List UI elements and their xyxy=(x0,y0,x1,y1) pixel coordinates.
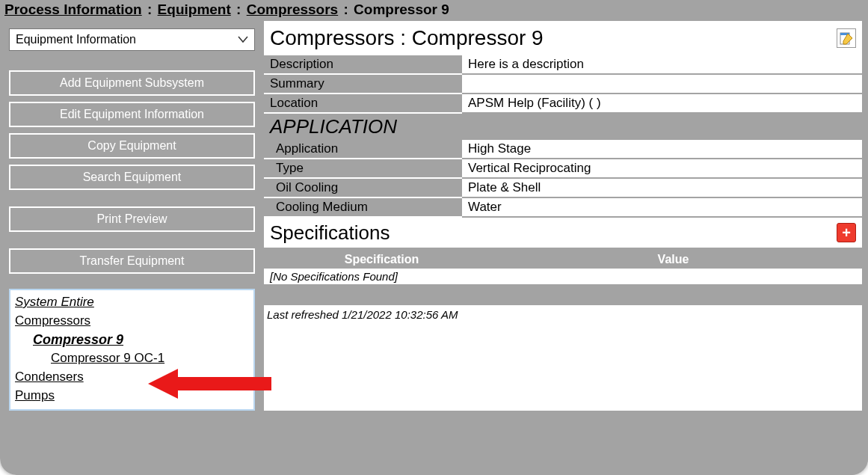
breadcrumb: Process Information : Equipment : Compre… xyxy=(0,0,868,21)
value-cooling-medium: Water xyxy=(462,197,862,217)
grey-strip xyxy=(264,286,862,304)
label-summary: Summary xyxy=(264,74,462,94)
tree-pumps[interactable]: Pumps xyxy=(15,388,55,402)
specifications-header: Specifications xyxy=(270,221,390,245)
chevron-down-icon xyxy=(238,36,248,43)
add-specification-button[interactable]: + xyxy=(837,223,856,242)
breadcrumb-current: Compressor 9 xyxy=(354,1,449,17)
page-title: Compressors : Compressor 9 xyxy=(270,26,544,50)
value-description: Here is a description xyxy=(462,55,862,74)
value-application: High Stage xyxy=(462,140,862,159)
spec-col-spacer xyxy=(847,251,862,269)
transfer-equipment-button[interactable]: Transfer Equipment xyxy=(9,248,255,274)
label-description: Description xyxy=(264,55,462,74)
label-oil-cooling: Oil Cooling xyxy=(264,178,462,197)
value-location: APSM Help (Facility) ( ) xyxy=(462,94,862,113)
select-label: Equipment Information xyxy=(16,33,136,46)
plus-icon: + xyxy=(842,224,851,242)
last-refreshed: Last refreshed 1/21/2022 10:32:56 AM xyxy=(264,304,862,411)
label-cooling-medium: Cooling Medium xyxy=(264,197,462,217)
tree-system-entire[interactable]: System Entire xyxy=(15,295,94,309)
pencil-notepad-icon xyxy=(839,31,854,46)
label-application: Application xyxy=(264,140,462,159)
search-equipment-button[interactable]: Search Equipment xyxy=(9,165,255,190)
print-preview-button[interactable]: Print Preview xyxy=(9,206,255,232)
copy-equipment-button[interactable]: Copy Equipment xyxy=(9,133,255,159)
breadcrumb-link[interactable]: Process Information xyxy=(4,1,142,17)
tree-compressor-9-oc1[interactable]: Compressor 9 OC-1 xyxy=(51,351,164,365)
content-panel: Compressors : Compressor 9 Description H… xyxy=(264,21,868,475)
value-type: Vertical Reciprocating xyxy=(462,159,862,178)
breadcrumb-link[interactable]: Equipment xyxy=(158,1,231,17)
equipment-tree: System Entire Compressors Compressor 9 C… xyxy=(9,289,255,411)
edit-button[interactable] xyxy=(837,28,856,48)
label-type: Type xyxy=(264,159,462,178)
value-oil-cooling: Plate & Shell xyxy=(462,178,862,197)
tree-compressor-9[interactable]: Compressor 9 xyxy=(33,332,123,347)
tree-compressors[interactable]: Compressors xyxy=(15,313,90,328)
add-subsystem-button[interactable]: Add Equipment Subsystem xyxy=(9,70,255,96)
breadcrumb-link[interactable]: Compressors xyxy=(247,1,339,17)
breadcrumb-sep: : xyxy=(342,1,349,17)
tree-condensers[interactable]: Condensers xyxy=(15,370,84,384)
breadcrumb-sep: : xyxy=(235,1,242,17)
breadcrumb-sep: : xyxy=(146,1,153,17)
label-location: Location xyxy=(264,94,462,113)
spec-none-message: [No Specifications Found] xyxy=(264,269,862,284)
equipment-info-select[interactable]: Equipment Information xyxy=(9,28,255,51)
application-header: APPLICATION xyxy=(264,114,862,140)
spec-col-specification: Specification xyxy=(264,251,499,269)
edit-info-button[interactable]: Edit Equipment Information xyxy=(9,102,255,127)
sidebar: Equipment Information Add Equipment Subs… xyxy=(0,21,264,475)
value-summary xyxy=(462,74,862,94)
spec-col-value: Value xyxy=(502,251,844,269)
